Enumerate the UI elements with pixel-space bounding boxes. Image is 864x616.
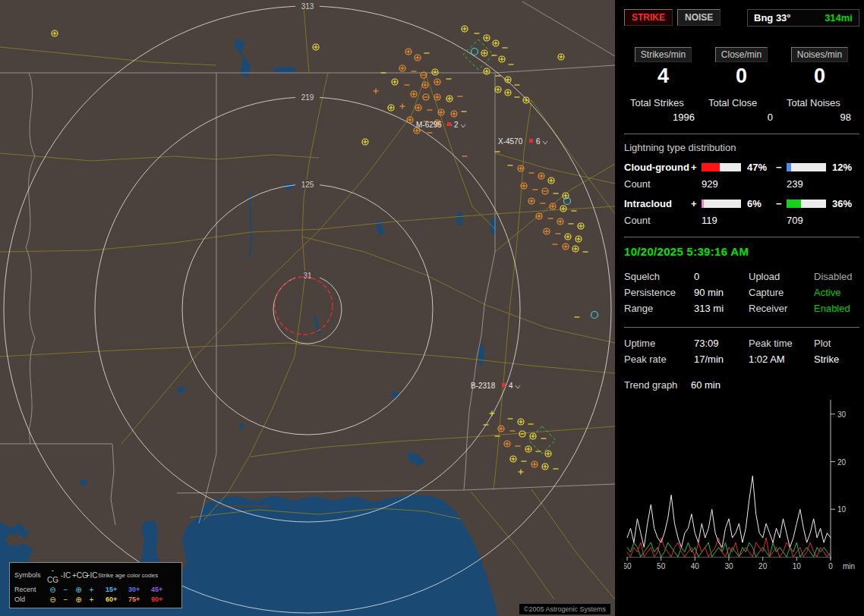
station-count: 2 (454, 121, 459, 129)
age-code: 60+ (106, 595, 128, 605)
status-label: Squelch (624, 269, 694, 284)
legend-column-header: +IC (85, 570, 98, 580)
session-stats-grid: Uptime 73:09 Peak time Plot Peak rate 17… (624, 335, 859, 367)
total-box: Total Noises98 (780, 97, 859, 123)
count-label: Count (624, 215, 691, 226)
station-label: X-4570 (498, 137, 523, 146)
lake (456, 211, 462, 226)
age-code: 45+ (151, 585, 177, 595)
minus-sign: − (776, 162, 787, 173)
total-box: Total Strikes1996 (624, 97, 702, 123)
legend-column-header: +CG (72, 570, 85, 580)
lightning-map[interactable]: 31321912531M-62952X-45706B-23184 Symbols… (0, 0, 615, 616)
station-dot-icon (529, 139, 533, 143)
bearing-range: 314mi (825, 12, 853, 24)
x-tick-label: 20 (758, 562, 768, 570)
distribution-type-label: Intracloud (624, 198, 691, 209)
x-tick-label: 30 (724, 562, 733, 570)
trend-series-strike-rate (627, 476, 831, 547)
range-ring-label: 219 (301, 93, 314, 102)
x-tick-label: 10 (793, 562, 802, 570)
plot-label: Plot (814, 335, 859, 351)
strike-symbol-icon: − (59, 585, 72, 595)
status-label: Upload (749, 269, 814, 284)
status-value: 0 (694, 269, 749, 284)
strike-symbol-icon: + (85, 585, 98, 595)
negative-percent: 36% (829, 198, 856, 209)
total-value: 1996 (630, 112, 695, 123)
trend-graph-label: Trend graph (624, 379, 677, 391)
distribution-type-label: Cloud-ground (624, 162, 691, 173)
map-canvas[interactable]: 31321912531M-62952X-45706B-23184 (0, 0, 615, 616)
negative-percent: 12% (829, 162, 856, 173)
negative-count: 709 (787, 215, 829, 226)
positive-percent: 47% (744, 162, 776, 173)
status-label: Receiver (749, 300, 814, 316)
negative-count: 239 (787, 178, 829, 190)
uptime-value: 73:09 (694, 335, 749, 351)
lake (177, 387, 184, 393)
status-label: Capture (749, 284, 814, 300)
plus-sign: + (691, 162, 702, 173)
copyright-notice: ©2005 Astrogenic Systems (519, 604, 610, 614)
y-tick-label: 20 (837, 458, 847, 467)
noise-toggle-button[interactable]: NOISE (677, 9, 721, 26)
legend-age-title: Strike age color codes (98, 570, 177, 580)
strike-symbol-icon: ⊕ (72, 595, 85, 605)
rate-label: Strikes/min (635, 47, 692, 62)
positive-ratio-bar (702, 200, 741, 208)
rate-value: 4 (624, 64, 702, 88)
total-label: Total Close (708, 97, 773, 108)
station-dot-icon (502, 383, 506, 387)
y-tick-label: 30 (837, 410, 847, 419)
separator (624, 134, 859, 134)
y-tick-label: 10 (837, 505, 847, 514)
total-label: Total Strikes (630, 97, 695, 108)
x-axis-unit: min (843, 562, 855, 570)
totals-row: Total Strikes1996Total Close0Total Noise… (624, 97, 859, 123)
lake (490, 217, 497, 235)
trend-series-close-rate (627, 542, 831, 557)
rate-value: 0 (702, 64, 780, 88)
plot-value: Strike (814, 351, 859, 367)
legend-body: Recent⊖−⊕+15+30+45+Old⊖−⊕+60+75+90+ (14, 585, 177, 605)
separator (624, 327, 859, 328)
station-dot-icon (447, 122, 451, 126)
positive-ratio-bar (702, 163, 741, 171)
peak-time-value: 1:02 AM (749, 351, 814, 367)
count-label: Count (624, 178, 691, 190)
x-tick-label: 0 (828, 562, 833, 570)
age-code: 90+ (151, 595, 177, 605)
separator (624, 237, 859, 237)
lake (273, 67, 297, 73)
range-ring-label: 31 (303, 272, 312, 280)
panel-toolbar: STRIKE NOISE Bng 33° 314mi (624, 9, 859, 29)
range-ring-label: 125 (301, 181, 314, 189)
station-count: 4 (509, 382, 513, 390)
bearing-display: Bng 33° 314mi (747, 9, 859, 27)
legend-column-header: -IC (59, 570, 72, 580)
rates-row: Strikes/min4Close/min0Noises/min0 (624, 47, 859, 88)
total-value: 98 (787, 112, 851, 123)
negative-ratio-bar (787, 200, 826, 208)
legend-column-header: -CG (46, 565, 59, 585)
station-label: M-6295 (416, 121, 442, 129)
rate-value: 0 (780, 64, 859, 88)
x-tick-label: 50 (657, 562, 666, 570)
strike-symbol-icon: ⊕ (72, 585, 85, 595)
range-ring-label: 313 (301, 2, 314, 11)
status-value: 90 min (694, 284, 749, 300)
negative-ratio-bar (787, 163, 826, 171)
trend-graph: 1020306050403020100min (624, 394, 864, 576)
strike-toggle-button[interactable]: STRIKE (624, 9, 673, 26)
trend-graph-header: Trend graph 60 min (624, 379, 859, 391)
receiver-status-grid: Squelch0UploadDisabledPersistence90 minC… (624, 269, 859, 316)
total-box: Total Close0 (702, 97, 780, 123)
trend-graph-duration: 60 min (691, 379, 721, 391)
legend-symbols-title: Symbols (14, 570, 46, 580)
positive-count: 929 (702, 178, 744, 190)
station-label: B-2318 (471, 382, 496, 390)
station-count: 6 (536, 137, 541, 146)
strike-symbol-icon: ⊖ (46, 585, 59, 595)
age-code: 15+ (106, 585, 128, 595)
